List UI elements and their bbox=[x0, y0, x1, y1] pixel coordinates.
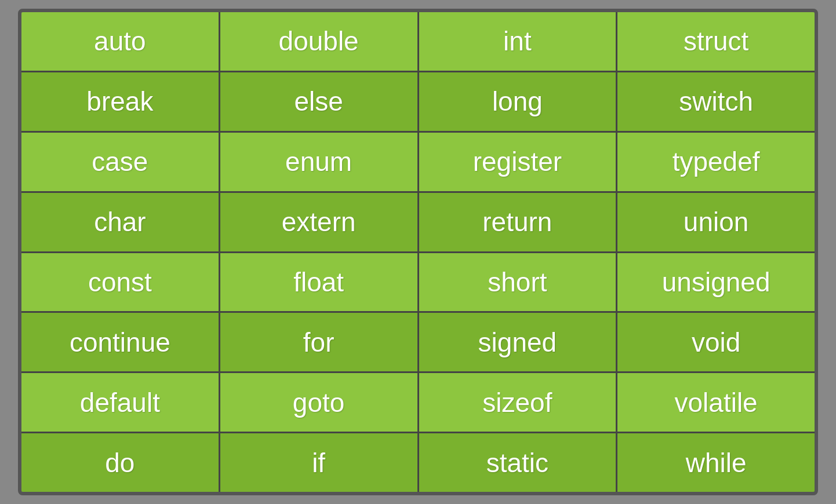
cell-break: break bbox=[21, 72, 219, 131]
cell-switch: switch bbox=[617, 72, 815, 131]
cell-unsigned: unsigned bbox=[617, 253, 815, 312]
cell-extern: extern bbox=[220, 193, 417, 251]
cell-float: float bbox=[220, 253, 417, 312]
cell-volatile: volatile bbox=[617, 373, 815, 432]
keywords-table: autodoubleintstructbreakelselongswitchca… bbox=[18, 9, 818, 495]
cell-register: register bbox=[419, 133, 616, 191]
cell-static: static bbox=[419, 433, 616, 492]
cell-auto: auto bbox=[21, 12, 219, 71]
keywords-grid: autodoubleintstructbreakelselongswitchca… bbox=[21, 12, 815, 492]
cell-typedef: typedef bbox=[617, 133, 815, 191]
cell-const: const bbox=[21, 253, 219, 312]
cell-if: if bbox=[220, 433, 417, 492]
cell-enum: enum bbox=[220, 133, 417, 191]
cell-union: union bbox=[617, 193, 815, 251]
cell-continue: continue bbox=[21, 313, 219, 371]
cell-return: return bbox=[419, 193, 616, 251]
cell-double: double bbox=[220, 12, 417, 71]
cell-int: int bbox=[419, 12, 616, 71]
cell-for: for bbox=[220, 313, 417, 371]
cell-while: while bbox=[617, 433, 815, 492]
cell-void: void bbox=[617, 313, 815, 371]
cell-long: long bbox=[419, 72, 616, 131]
cell-else: else bbox=[220, 72, 417, 131]
cell-struct: struct bbox=[617, 12, 815, 71]
cell-goto: goto bbox=[220, 373, 417, 432]
cell-case: case bbox=[21, 133, 219, 191]
cell-sizeof: sizeof bbox=[419, 373, 616, 432]
cell-signed: signed bbox=[419, 313, 616, 371]
cell-short: short bbox=[419, 253, 616, 312]
cell-do: do bbox=[21, 433, 219, 492]
cell-char: char bbox=[21, 193, 219, 251]
cell-default: default bbox=[21, 373, 219, 432]
